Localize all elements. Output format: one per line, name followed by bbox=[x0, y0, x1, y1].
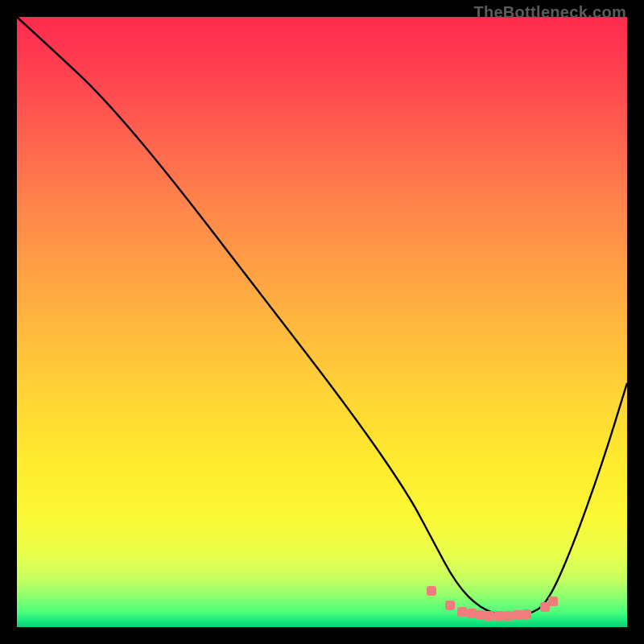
bead-marker bbox=[445, 601, 455, 610]
plot-area bbox=[17, 17, 627, 627]
bead-marker bbox=[467, 609, 477, 618]
bead-marker bbox=[427, 586, 436, 596]
flat-region-beads bbox=[17, 17, 627, 627]
bead-marker bbox=[485, 611, 494, 621]
bead-marker bbox=[476, 610, 485, 620]
watermark-text: TheBottleneck.com bbox=[473, 3, 626, 22]
bead-marker bbox=[548, 597, 558, 606]
bead-marker bbox=[522, 609, 531, 619]
bead-marker bbox=[494, 611, 504, 621]
page-root: TheBottleneck.com bbox=[0, 0, 644, 644]
bead-marker bbox=[503, 611, 513, 621]
bead-marker bbox=[457, 607, 467, 617]
bead-marker bbox=[513, 610, 522, 620]
